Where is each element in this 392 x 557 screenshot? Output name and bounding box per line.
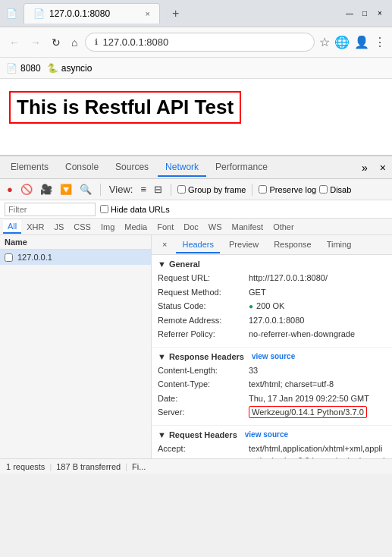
tab-preview[interactable]: Preview <box>223 237 265 253</box>
type-tab-font[interactable]: Font <box>152 221 178 233</box>
general-title-text: General <box>169 260 200 269</box>
response-headers-triangle-icon: ▼ <box>158 352 166 361</box>
tab-headers[interactable]: Headers <box>176 237 220 253</box>
type-tab-media[interactable]: Media <box>120 221 152 233</box>
request-headers-title: ▼ Request Headers view source <box>158 430 386 439</box>
title-bar: 📄 📄 127.0.0.1:8080 × + — □ × <box>0 0 392 27</box>
devtools-more-tabs[interactable]: » <box>362 162 368 174</box>
address-bar[interactable]: ℹ 127.0.0.1:8080 <box>85 33 315 52</box>
content-type-value: text/html; charset=utf-8 <box>249 378 386 391</box>
group-by-frame-toggle[interactable]: Group by frame <box>177 185 246 194</box>
menu-button[interactable]: ⋮ <box>374 35 386 49</box>
toolbar-separator-2 <box>171 184 171 196</box>
search-button[interactable]: 🔍 <box>77 182 94 197</box>
general-section-title: ▼ General <box>158 260 386 269</box>
request-headers-section: ▼ Request Headers view source Accept: te… <box>152 426 392 459</box>
bookmark-asyncio-label: asyncio <box>61 63 93 74</box>
tab-title: 127.0.0.1:8080 <box>49 8 110 19</box>
type-tab-doc[interactable]: Doc <box>179 221 203 233</box>
status-code-label: Status Code: <box>158 300 249 313</box>
clear-button[interactable]: 🚫 <box>18 182 35 197</box>
content-length-row: Content-Length: 33 <box>158 364 386 377</box>
accept-label: Accept: <box>158 442 249 459</box>
toolbar-separator-3 <box>252 184 252 196</box>
server-label: Server: <box>158 406 249 419</box>
server-value: Werkzeug/0.14.1 Python/3.7.0 <box>249 406 386 419</box>
response-headers-section: ▼ Response Headers view source Content-L… <box>152 348 392 426</box>
devtools-toolbar: ● 🚫 🎥 🔽 🔍 View: ≡ ⊟ Group by frame Prese… <box>0 179 392 200</box>
bookmark-8080-label: 8080 <box>20 63 41 74</box>
active-tab[interactable]: 📄 127.0.0.1:8080 × <box>24 3 160 24</box>
tab-response[interactable]: Response <box>268 237 318 253</box>
home-button[interactable]: ⌂ <box>68 33 80 52</box>
devtools-close-button[interactable]: × <box>377 159 389 177</box>
toolbar-separator <box>100 184 101 196</box>
tab-sources[interactable]: Sources <box>108 159 156 177</box>
bookmark-8080[interactable]: 📄 8080 <box>6 63 41 74</box>
request-headers-view-source[interactable]: view source <box>245 430 288 439</box>
tab-performance[interactable]: Performance <box>208 159 275 177</box>
type-tab-manifest[interactable]: Manifest <box>227 221 268 233</box>
nav-bar: ← → ↻ ⌂ ℹ 127.0.0.1:8080 ☆ 🌐 👤 ⋮ <box>0 27 392 58</box>
disable-cache-toggle[interactable]: Disab <box>319 185 351 194</box>
tab-console[interactable]: Console <box>58 159 106 177</box>
preserve-log-toggle[interactable]: Preserve log <box>259 185 316 194</box>
tab-timing[interactable]: Timing <box>321 237 358 253</box>
filter-input[interactable] <box>5 203 96 216</box>
back-button[interactable]: ← <box>6 33 23 52</box>
bookmark-button[interactable]: ☆ <box>319 35 330 49</box>
preserve-log-checkbox[interactable] <box>259 185 267 194</box>
date-label: Date: <box>158 392 249 405</box>
finish-time: Fi... <box>132 462 146 471</box>
type-tab-img[interactable]: Img <box>96 221 119 233</box>
network-main: Name 127.0.0.1 × Headers Preview Respons… <box>0 235 392 458</box>
bookmark-asyncio[interactable]: 🐍 asyncio <box>47 63 93 74</box>
disable-cache-label: Disab <box>330 185 351 194</box>
close-button[interactable]: × <box>374 8 386 20</box>
request-list: Name 127.0.0.1 <box>0 235 152 458</box>
page-content: This is Restful API Test <box>0 79 392 155</box>
tab-close-button[interactable]: × <box>146 9 150 18</box>
hide-data-urls-checkbox[interactable] <box>100 205 108 213</box>
request-method-label: Request Method: <box>158 286 249 299</box>
disable-cache-checkbox[interactable] <box>319 185 328 194</box>
type-tab-xhr[interactable]: XHR <box>22 221 49 233</box>
forward-button[interactable]: → <box>27 33 44 52</box>
type-tab-ws[interactable]: WS <box>204 221 227 233</box>
referrer-policy-row: Referrer Policy: no-referrer-when-downgr… <box>158 328 386 341</box>
transferred-size: 187 B transferred <box>56 462 121 471</box>
panel-close-icon[interactable]: × <box>156 237 173 253</box>
refresh-button[interactable]: ↻ <box>49 33 64 52</box>
camera-button[interactable]: 🎥 <box>38 182 55 197</box>
profile-button[interactable]: 👤 <box>354 35 369 49</box>
minimize-button[interactable]: — <box>343 8 356 20</box>
list-view-button[interactable]: ≡ <box>138 182 149 197</box>
referrer-policy-label: Referrer Policy: <box>158 328 249 341</box>
hide-data-urls-toggle[interactable]: Hide data URLs <box>100 205 170 214</box>
type-tab-css[interactable]: CSS <box>69 221 96 233</box>
request-item[interactable]: 127.0.0.1 <box>0 250 151 265</box>
devtools: Elements Console Sources Network Perform… <box>0 155 392 474</box>
filter-button[interactable]: 🔽 <box>58 182 74 197</box>
bookmark-asyncio-icon: 🐍 <box>47 63 58 74</box>
request-checkbox[interactable] <box>5 253 13 262</box>
request-headers-title-text: Request Headers <box>169 430 237 439</box>
request-url-value: http://127.0.0.1:8080/ <box>249 272 386 285</box>
type-tab-other[interactable]: Other <box>268 221 299 233</box>
response-headers-view-source[interactable]: view source <box>252 352 295 360</box>
type-tab-all[interactable]: All <box>3 220 21 234</box>
request-headers-triangle-icon: ▼ <box>158 430 166 439</box>
request-name: 127.0.0.1 <box>17 253 52 262</box>
response-headers-title: ▼ Response Headers view source <box>158 352 386 361</box>
type-tab-js[interactable]: JS <box>49 221 68 233</box>
maximize-button[interactable]: □ <box>359 8 371 20</box>
panel-tab-bar: × Headers Preview Response Timing <box>152 235 392 255</box>
group-by-frame-checkbox[interactable] <box>177 185 186 194</box>
new-tab-button[interactable]: + <box>166 2 185 25</box>
record-button[interactable]: ● <box>5 182 15 197</box>
waterfall-view-button[interactable]: ⊟ <box>152 182 165 197</box>
bookmark-8080-icon: 📄 <box>6 63 17 74</box>
tab-network[interactable]: Network <box>158 159 206 177</box>
tab-elements[interactable]: Elements <box>3 159 56 177</box>
referrer-policy-value: no-referrer-when-downgrade <box>249 328 386 341</box>
